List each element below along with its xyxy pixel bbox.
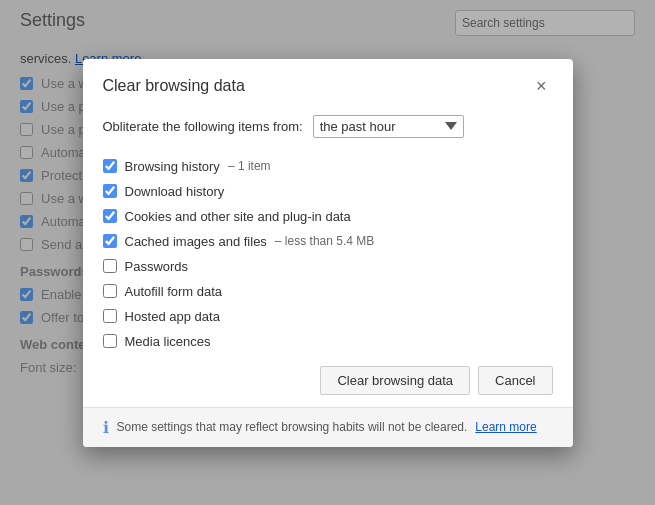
passwords-checkbox[interactable] [103,259,117,273]
hosted-app-checkbox[interactable] [103,309,117,323]
passwords-label: Passwords [125,259,189,274]
browsing-history-meta: – 1 item [228,159,271,173]
close-button[interactable]: × [530,75,553,97]
clear-browsing-dialog: Clear browsing data × Obliterate the fol… [83,59,573,447]
info-icon: ℹ [103,418,109,437]
info-text: Some settings that may reflect browsing … [117,420,468,434]
media-licences-label: Media licences [125,334,211,349]
checkbox-cached: Cached images and files – less than 5.4 … [103,229,553,254]
hosted-app-label: Hosted app data [125,309,220,324]
checkbox-media-licences: Media licences [103,329,553,354]
cached-checkbox[interactable] [103,234,117,248]
checkboxes-area: Browsing history – 1 item Download histo… [83,154,573,354]
checkbox-hosted-app: Hosted app data [103,304,553,329]
dialog-header: Clear browsing data × [83,59,573,107]
autofill-checkbox[interactable] [103,284,117,298]
media-licences-checkbox[interactable] [103,334,117,348]
checkbox-browsing-history: Browsing history – 1 item [103,154,553,179]
cached-meta: – less than 5.4 MB [275,234,374,248]
checkbox-passwords: Passwords [103,254,553,279]
browsing-history-checkbox[interactable] [103,159,117,173]
timeframe-row: Obliterate the following items from: the… [83,107,573,154]
cookies-label: Cookies and other site and plug-in data [125,209,351,224]
timeframe-label: Obliterate the following items from: [103,119,303,134]
dialog-title: Clear browsing data [103,77,245,95]
modal-overlay: Clear browsing data × Obliterate the fol… [0,0,655,505]
info-bar: ℹ Some settings that may reflect browsin… [83,407,573,447]
cookies-checkbox[interactable] [103,209,117,223]
timeframe-select[interactable]: the past hour the past day the past week… [313,115,464,138]
autofill-label: Autofill form data [125,284,223,299]
browsing-history-label: Browsing history [125,159,220,174]
checkbox-download-history: Download history [103,179,553,204]
checkbox-autofill: Autofill form data [103,279,553,304]
dialog-footer: Clear browsing data Cancel [83,354,573,395]
cancel-button[interactable]: Cancel [478,366,552,395]
download-history-label: Download history [125,184,225,199]
info-learn-more-link[interactable]: Learn more [475,420,536,434]
cached-label: Cached images and files [125,234,267,249]
download-history-checkbox[interactable] [103,184,117,198]
clear-browsing-button[interactable]: Clear browsing data [320,366,470,395]
checkbox-cookies: Cookies and other site and plug-in data [103,204,553,229]
